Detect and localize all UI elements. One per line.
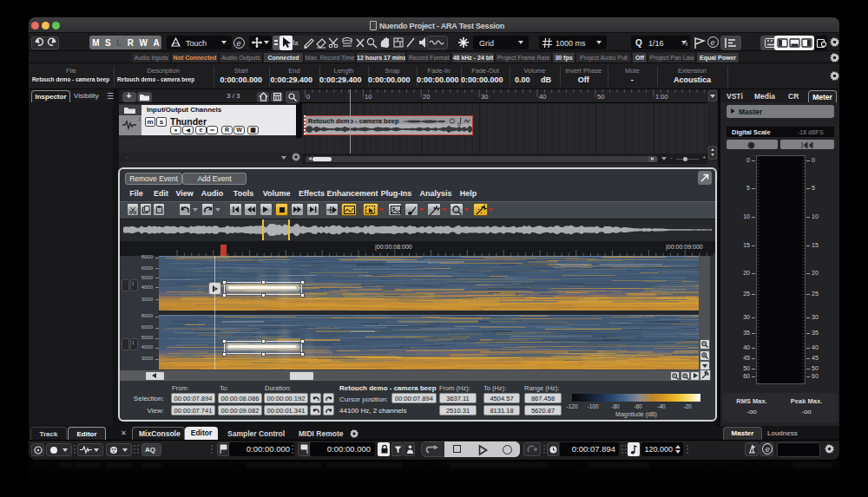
svg-text:Ia: Ia	[293, 38, 299, 47]
